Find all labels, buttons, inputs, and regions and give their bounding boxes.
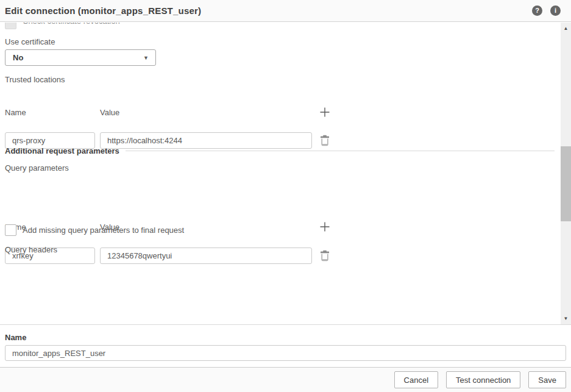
check-certificate-revocation-checkbox[interactable] [5,23,16,29]
trash-icon [320,135,330,146]
connection-name-input[interactable] [5,345,566,361]
section-divider [126,151,555,151]
dialog-title: Edit connection (monitor_apps_REST_user) [5,5,201,16]
add-trusted-location-button[interactable] [319,107,331,118]
header-icons: ? i [532,5,561,16]
query-parameters-label: Query parameters [5,163,69,173]
dialog-footer: Cancel Test connection Save [0,367,571,392]
scrollbar[interactable]: ▲ ▼ [561,23,571,324]
section-title: Additional request parameters [5,146,119,155]
use-certificate-value: No [13,53,23,62]
delete-query-parameter-button[interactable] [319,248,331,264]
trash-icon [320,250,330,262]
check-certificate-revocation-label: Check certificate revocation [23,23,120,26]
use-certificate-label: Use certificate [5,37,55,46]
scroll-down-icon[interactable]: ▼ [561,314,571,323]
plus-icon [319,221,330,232]
cancel-button[interactable]: Cancel [394,371,438,388]
query-headers-label: Query headers [5,245,57,254]
use-certificate-dropdown[interactable]: No ▼ [5,49,156,66]
query-parameter-value-input[interactable] [100,248,312,264]
trusted-locations-label: Trusted locations [5,75,65,84]
trusted-locations-header-row: Name Value [5,108,555,118]
chevron-down-icon: ▼ [143,55,149,60]
test-connection-button[interactable]: Test connection [446,371,520,388]
add-missing-query-parameters-label: Add missing query parameters to final re… [23,226,184,235]
check-certificate-revocation-row: Check certificate revocation [5,23,120,29]
scroll-up-icon[interactable]: ▲ [561,24,571,33]
query-parameter-row [5,248,555,264]
connection-name-label: Name [5,333,26,342]
dialog-header: Edit connection (monitor_apps_REST_user)… [0,0,571,22]
column-header-value: Value [100,108,119,117]
scrollbar-thumb[interactable] [561,146,571,221]
info-icon[interactable]: i [550,5,561,16]
plus-icon [319,107,330,118]
add-missing-query-parameters-checkbox[interactable] [5,224,16,236]
help-icon[interactable]: ? [532,5,542,16]
column-header-name: Name [5,108,26,117]
add-missing-query-parameters-row: Add missing query parameters to final re… [5,224,184,236]
connection-name-section: Name [0,324,571,367]
additional-request-parameters-section: Additional request parameters [5,146,555,155]
form-scroll-area: Check certificate revocation Use certifi… [0,23,561,324]
add-query-parameter-button[interactable] [319,221,331,232]
save-button[interactable]: Save [528,371,566,388]
